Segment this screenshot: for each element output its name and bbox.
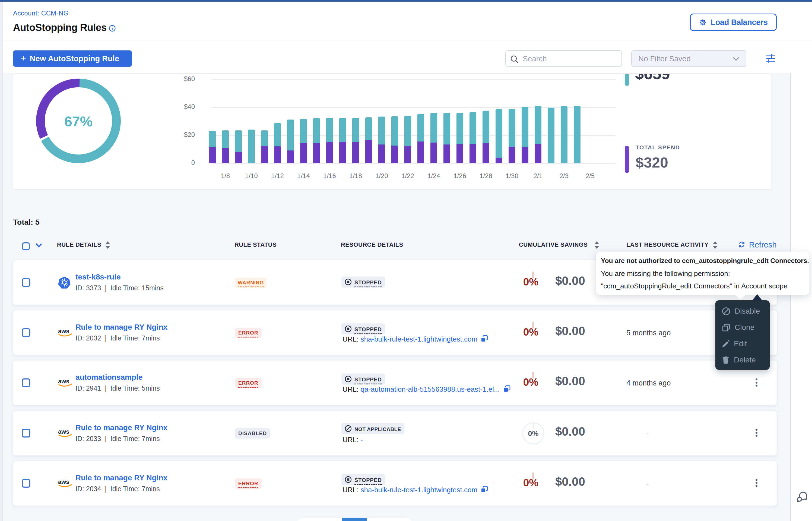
svg-text:aws: aws (58, 328, 69, 335)
svg-text:aws: aws (58, 478, 69, 485)
svg-text:aws: aws (58, 378, 69, 385)
svg-text:aws: aws (58, 428, 69, 435)
